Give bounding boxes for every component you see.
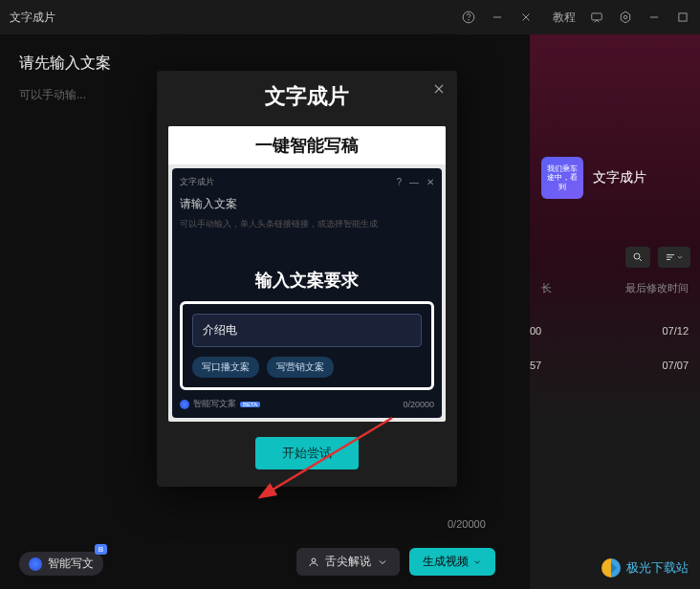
app-header: 文字成片 教程 — [0, 0, 700, 34]
demo-image: 一键智能写稿 文字成片 ? — ✕ 请输入文案 可以手动输入，单人头条链接链接，… — [168, 126, 446, 422]
svg-point-7 — [623, 15, 627, 19]
intro-modal: 文字成片 一键智能写稿 文字成片 ? — ✕ 请输入文案 可以手动输入，单人头条… — [157, 71, 457, 487]
minimize2-icon[interactable] — [646, 10, 662, 25]
card-label: 文字成片 — [593, 169, 646, 186]
demo-heading2: 输入文案要求 — [180, 269, 434, 292]
demo-counter: 0/20000 — [403, 400, 434, 409]
svg-marker-6 — [621, 11, 629, 23]
modal-close-button[interactable] — [430, 80, 448, 98]
feature-card[interactable]: 我们乘车途中，看到 文字成片 — [541, 157, 646, 199]
demo-text-input: 介绍电 — [192, 314, 422, 347]
generate-button[interactable]: 生成视频 — [409, 548, 495, 576]
bottom-controls: 舌尖解说 生成视频 — [296, 548, 495, 576]
settings-icon[interactable] — [618, 10, 633, 25]
start-button[interactable]: 开始尝试 — [255, 437, 359, 469]
maximize-icon[interactable] — [675, 10, 690, 25]
chat-icon[interactable] — [589, 10, 604, 25]
svg-rect-9 — [679, 13, 687, 21]
tutorial-link[interactable]: 教程 — [553, 10, 576, 26]
beta-badge: B — [95, 544, 107, 555]
demo-placeholder: 可以手动输入，单人头条链接链接，或选择智能生成 — [180, 218, 434, 230]
svg-point-15 — [312, 558, 316, 562]
column-headers: 长 最后修改时间 — [530, 281, 700, 295]
demo-window-title: 文字成片 — [180, 176, 214, 188]
bottom-bar: 智能写文 B — [19, 552, 103, 576]
help-icon[interactable] — [461, 10, 476, 25]
demo-window: 文字成片 ? — ✕ 请输入文案 可以手动输入，单人头条链接链接，或选择智能生成… — [172, 168, 442, 418]
demo-chips: 写口播文案 写营销文案 — [192, 357, 422, 378]
svg-rect-5 — [592, 13, 602, 20]
duration-values: 00 57 — [530, 325, 541, 394]
help-icon: ? — [396, 177, 402, 187]
char-counter: 0/20000 — [448, 518, 486, 530]
minimize-icon[interactable] — [490, 10, 505, 25]
svg-point-10 — [634, 253, 640, 259]
voice-label: 舌尖解说 — [325, 554, 371, 570]
logo-text: 极光下载站 — [626, 559, 689, 577]
beta-badge: BETA — [240, 402, 260, 407]
svg-point-1 — [469, 20, 470, 21]
ai-label: 智能写文 — [48, 556, 94, 572]
demo-footer: 智能写文案 BETA 0/20000 — [180, 398, 434, 410]
card-thumbnail: 我们乘车途中，看到 — [541, 157, 583, 199]
right-toolbar — [625, 247, 690, 268]
site-logo: 极光下载站 — [600, 556, 689, 579]
row-duration: 00 — [530, 325, 541, 337]
ai-icon — [180, 400, 189, 409]
logo-icon — [600, 556, 623, 579]
close-icon[interactable] — [518, 10, 534, 25]
svg-line-11 — [640, 259, 643, 262]
demo-prompt: 请输入文案 — [180, 196, 434, 212]
col-modified: 最后修改时间 — [625, 281, 689, 295]
row-duration: 57 — [530, 360, 541, 371]
generate-label: 生成视频 — [423, 554, 469, 570]
demo-ai-label: 智能写文案 — [193, 398, 236, 410]
sort-button[interactable] — [658, 247, 690, 268]
search-button[interactable] — [625, 247, 650, 268]
minimize-icon: — — [409, 177, 419, 187]
header-controls: 教程 — [461, 10, 690, 26]
right-panel: 我们乘车途中，看到 文字成片 长 最后修改时间 00 57 07/12 07/0… — [530, 34, 700, 589]
app-title: 文字成片 — [10, 10, 55, 26]
row-date: 07/12 — [662, 325, 689, 337]
chip-broadcast: 写口播文案 — [192, 357, 259, 378]
demo-titlebar: 文字成片 ? — ✕ — [180, 176, 434, 188]
demo-window-controls: ? — ✕ — [396, 177, 434, 187]
ai-icon — [29, 557, 42, 571]
modal-title: 文字成片 — [157, 82, 457, 111]
close-icon: ✕ — [427, 177, 434, 187]
chip-marketing: 写营销文案 — [267, 357, 334, 378]
voice-select[interactable]: 舌尖解说 — [296, 548, 400, 576]
date-values: 07/12 07/07 — [662, 325, 689, 394]
demo-ai-pill: 智能写文案 BETA — [180, 398, 260, 410]
col-duration: 长 — [541, 281, 552, 295]
row-date: 07/07 — [662, 360, 689, 371]
ai-write-pill[interactable]: 智能写文 B — [19, 552, 103, 576]
demo-heading: 一键智能写稿 — [168, 126, 446, 164]
demo-input-frame: 介绍电 写口播文案 写营销文案 — [180, 301, 434, 390]
